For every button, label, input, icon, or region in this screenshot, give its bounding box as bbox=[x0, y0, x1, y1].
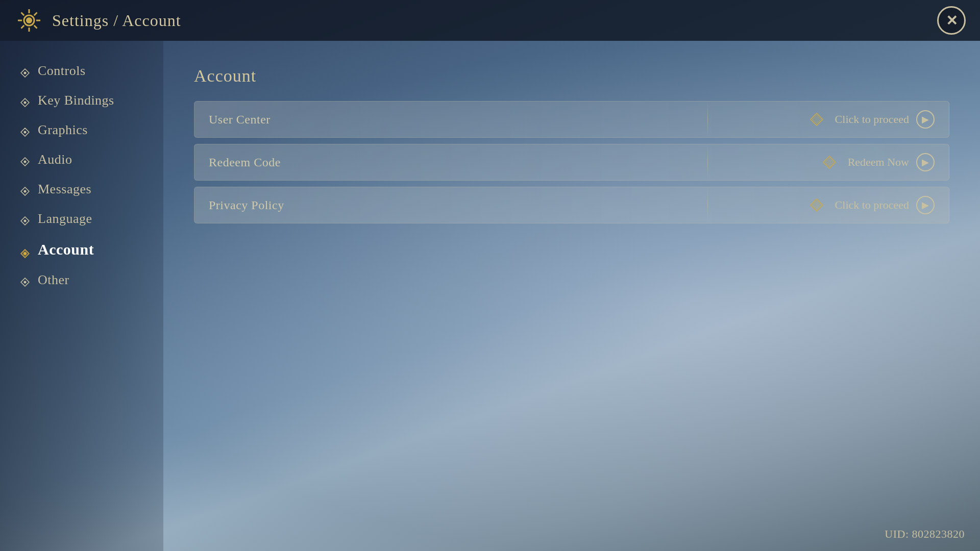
row-arrow-privacy-policy[interactable]: ▶ bbox=[916, 196, 935, 214]
row-cta-privacy-policy: Click to proceed bbox=[835, 198, 909, 212]
diamond-icon bbox=[20, 214, 30, 223]
row-label-user-center: User Center bbox=[209, 113, 271, 127]
diamond-icon bbox=[20, 275, 30, 284]
svg-point-13 bbox=[24, 102, 27, 104]
svg-marker-28 bbox=[813, 115, 821, 123]
row-divider bbox=[707, 187, 708, 223]
sidebar-label-key-bindings: Key Bindings bbox=[38, 93, 114, 108]
divider-diamond-icon bbox=[822, 155, 837, 169]
action-row-user-center[interactable]: User Center Click to proceed▶ bbox=[194, 101, 949, 138]
row-right-redeem-code: Redeem Now▶ bbox=[818, 153, 935, 171]
diamond-icon bbox=[20, 155, 30, 164]
svg-marker-30 bbox=[825, 158, 834, 166]
gear-icon bbox=[15, 7, 43, 34]
row-arrow-user-center[interactable]: ▶ bbox=[916, 110, 935, 129]
svg-point-11 bbox=[24, 72, 27, 74]
diamond-icon bbox=[20, 184, 30, 193]
sidebar: Controls Key Bindings Graphics Audio Mes… bbox=[0, 41, 163, 551]
row-cta-user-center: Click to proceed bbox=[835, 113, 909, 126]
svg-point-17 bbox=[24, 161, 27, 163]
sidebar-label-audio: Audio bbox=[38, 152, 72, 167]
action-row-redeem-code[interactable]: Redeem Code Redeem Now▶ bbox=[194, 144, 949, 181]
section-title: Account bbox=[194, 66, 949, 86]
uid-badge: UID: 802823820 bbox=[885, 528, 965, 541]
divider-diamond-icon bbox=[810, 198, 824, 212]
svg-marker-31 bbox=[811, 199, 823, 211]
svg-marker-29 bbox=[823, 156, 836, 168]
svg-point-26 bbox=[24, 281, 27, 284]
svg-point-24 bbox=[23, 252, 27, 255]
topbar: Settings / Account ✕ bbox=[0, 0, 980, 41]
row-right-user-center: Click to proceed▶ bbox=[805, 110, 935, 129]
sidebar-label-language: Language bbox=[38, 211, 92, 227]
sidebar-label-account: Account bbox=[38, 241, 94, 258]
sidebar-item-graphics[interactable]: Graphics bbox=[0, 115, 163, 145]
row-right-privacy-policy: Click to proceed▶ bbox=[805, 196, 935, 214]
diamond-icon bbox=[20, 95, 30, 105]
row-divider bbox=[707, 102, 708, 137]
svg-point-15 bbox=[24, 131, 27, 134]
sidebar-item-key-bindings[interactable]: Key Bindings bbox=[0, 86, 163, 115]
svg-line-7 bbox=[34, 13, 37, 16]
diamond-icon bbox=[20, 125, 30, 134]
sidebar-item-other[interactable]: Other bbox=[0, 265, 163, 295]
sidebar-label-other: Other bbox=[38, 272, 69, 288]
diamond-icon bbox=[20, 66, 30, 75]
row-label-privacy-policy: Privacy Policy bbox=[209, 198, 284, 212]
sidebar-item-messages[interactable]: Messages bbox=[0, 174, 163, 204]
sidebar-label-graphics: Graphics bbox=[38, 122, 88, 138]
svg-point-21 bbox=[24, 220, 27, 222]
row-cta-redeem-code: Redeem Now bbox=[848, 156, 909, 169]
topbar-title: Settings / Account bbox=[52, 11, 181, 30]
diamond-icon bbox=[20, 244, 30, 254]
main-content: Account User Center Click to proceed▶Red… bbox=[163, 41, 980, 551]
sidebar-label-controls: Controls bbox=[38, 63, 86, 79]
action-row-privacy-policy[interactable]: Privacy Policy Click to proceed▶ bbox=[194, 187, 949, 223]
sidebar-item-audio[interactable]: Audio bbox=[0, 145, 163, 174]
sidebar-item-account[interactable]: Account bbox=[0, 234, 163, 265]
sidebar-item-controls[interactable]: Controls bbox=[0, 56, 163, 86]
svg-point-9 bbox=[26, 17, 32, 23]
svg-line-6 bbox=[34, 26, 37, 29]
row-divider bbox=[707, 144, 708, 180]
close-button[interactable]: ✕ bbox=[937, 6, 966, 35]
svg-marker-32 bbox=[813, 201, 821, 209]
sidebar-label-messages: Messages bbox=[38, 182, 91, 197]
svg-line-8 bbox=[21, 26, 24, 29]
row-label-redeem-code: Redeem Code bbox=[209, 156, 281, 169]
svg-line-5 bbox=[21, 13, 24, 16]
sidebar-item-language[interactable]: Language bbox=[0, 204, 163, 234]
divider-diamond-icon bbox=[810, 112, 824, 127]
svg-marker-27 bbox=[811, 113, 823, 126]
svg-point-19 bbox=[24, 190, 27, 193]
row-arrow-redeem-code[interactable]: ▶ bbox=[916, 153, 935, 171]
